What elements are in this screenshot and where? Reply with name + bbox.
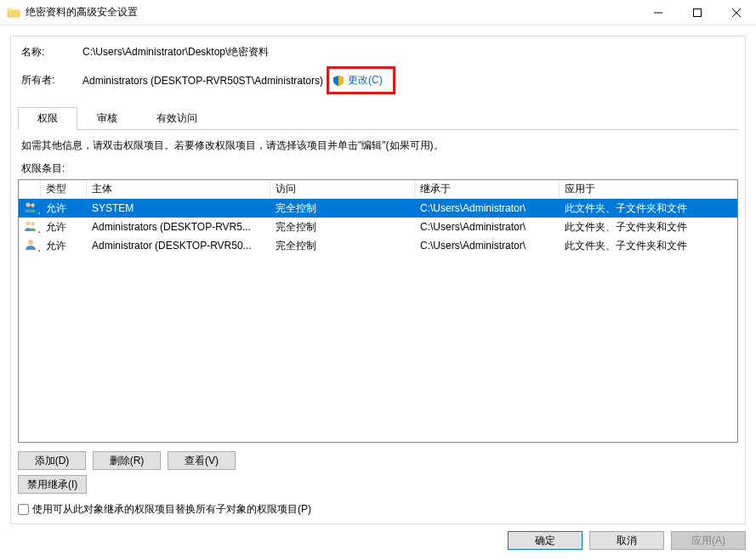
users-icon (19, 199, 41, 218)
tab-auditing[interactable]: 审核 (77, 107, 137, 130)
owner-value: Administrators (DESKTOP-RVR50ST\Administ… (82, 75, 323, 87)
svg-point-5 (31, 203, 34, 206)
view-button[interactable]: 查看(V) (168, 451, 236, 470)
th-applies-to[interactable]: 应用于 (560, 180, 737, 198)
permission-table: 类型 主体 访问 继承于 应用于 允许SYSTEM完全控制C:\Users\Ad… (18, 179, 738, 443)
cell-inherited-from: C:\Users\Administrator\ (415, 201, 560, 216)
tabs: 权限 审核 有效访问 (18, 106, 738, 130)
svg-point-6 (26, 221, 31, 225)
cell-access: 完全控制 (270, 200, 415, 218)
cancel-button[interactable]: 取消 (589, 531, 664, 550)
dialog-footer: 确定 取消 应用(A) (10, 524, 746, 550)
disable-inheritance-button[interactable]: 禁用继承(I) (18, 475, 87, 494)
cell-type: 允许 (41, 237, 87, 255)
replace-child-permissions-checkbox[interactable] (18, 504, 29, 515)
users-icon (19, 218, 41, 237)
th-access[interactable]: 访问 (270, 180, 415, 198)
svg-point-4 (26, 202, 31, 206)
tab-effective-access[interactable]: 有效访问 (137, 107, 217, 130)
th-type[interactable]: 类型 (41, 180, 87, 198)
table-header: 类型 主体 访问 继承于 应用于 (19, 180, 737, 199)
svg-point-8 (28, 240, 33, 245)
apply-button[interactable]: 应用(A) (671, 531, 746, 550)
table-row[interactable]: 允许SYSTEM完全控制C:\Users\Administrator\此文件夹、… (19, 199, 737, 218)
cell-applies-to: 此文件夹、子文件夹和文件 (560, 200, 737, 218)
table-row[interactable]: 允许Administrators (DESKTOP-RVR5...完全控制C:\… (19, 218, 737, 236)
shield-icon (333, 75, 344, 87)
cell-access: 完全控制 (270, 218, 415, 236)
highlight-box: 更改(C) (327, 66, 395, 94)
name-value: C:\Users\Administrator\Desktop\绝密资料 (82, 45, 269, 59)
entries-label: 权限条目: (21, 161, 735, 176)
help-text: 如需其他信息，请双击权限项目。若要修改权限项目，请选择该项目并单击"编辑"(如果… (21, 139, 735, 153)
titlebar: 绝密资料的高级安全设置 (0, 0, 756, 25)
change-owner-link[interactable]: 更改(C) (344, 71, 386, 89)
svg-rect-1 (694, 8, 702, 16)
cell-inherited-from: C:\Users\Administrator\ (415, 219, 560, 235)
th-principal[interactable]: 主体 (87, 180, 270, 198)
cell-principal: Administrators (DESKTOP-RVR5... (87, 219, 270, 235)
cell-applies-to: 此文件夹、子文件夹和文件 (560, 237, 737, 255)
cell-applies-to: 此文件夹、子文件夹和文件 (560, 218, 737, 236)
cell-type: 允许 (41, 218, 87, 236)
cell-principal: Administrator (DESKTOP-RVR50... (87, 238, 270, 253)
user-icon (19, 236, 41, 256)
replace-child-permissions-label: 使用可从此对象继承的权限项目替换所有子对象的权限项目(P) (32, 502, 311, 517)
close-button[interactable] (717, 0, 756, 25)
cell-principal: SYSTEM (87, 201, 270, 216)
maximize-button[interactable] (678, 0, 717, 25)
folder-icon (7, 6, 20, 20)
tab-permissions[interactable]: 权限 (18, 107, 77, 130)
cell-access: 完全控制 (270, 237, 415, 255)
cell-inherited-from: C:\Users\Administrator\ (415, 238, 560, 253)
add-button[interactable]: 添加(D) (18, 451, 86, 470)
remove-button[interactable]: 删除(R) (93, 451, 161, 470)
owner-label: 所有者: (21, 73, 82, 88)
name-label: 名称: (21, 45, 82, 59)
window-title: 绝密资料的高级安全设置 (26, 5, 138, 20)
minimize-button[interactable] (639, 0, 678, 25)
main-panel: 名称: C:\Users\Administrator\Desktop\绝密资料 … (10, 36, 746, 524)
th-inherited-from[interactable]: 继承于 (415, 180, 560, 198)
cell-type: 允许 (41, 200, 87, 218)
table-row[interactable]: 允许Administrator (DESKTOP-RVR50...完全控制C:\… (19, 236, 737, 255)
svg-point-7 (31, 222, 34, 225)
ok-button[interactable]: 确定 (508, 531, 583, 550)
